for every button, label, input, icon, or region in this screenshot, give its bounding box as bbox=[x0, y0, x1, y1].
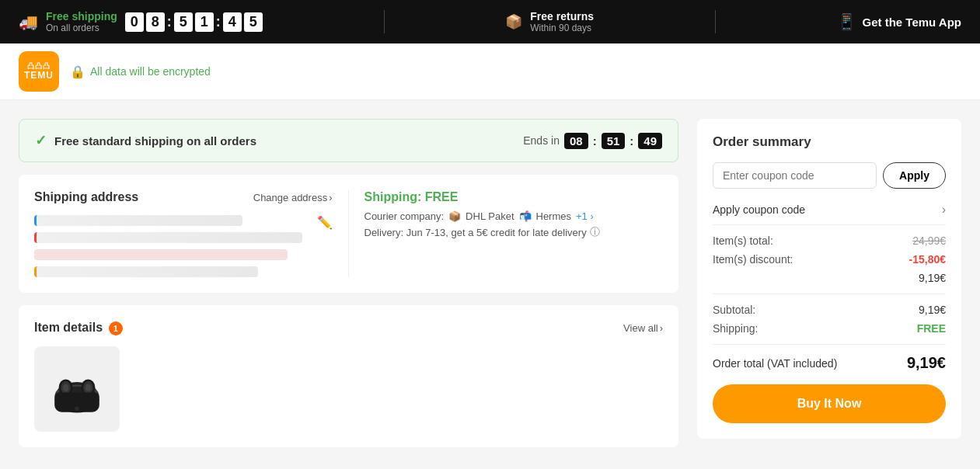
courier-names: DHL Paket bbox=[466, 210, 514, 222]
encrypted-label: All data will be encrypted bbox=[90, 65, 211, 78]
free-shipping-section: 🚚 Free shipping On all orders 0 8 : 5 1 … bbox=[19, 10, 263, 33]
check-icon: ✓ bbox=[35, 132, 47, 149]
item-details-title-row: Item details 1 bbox=[34, 321, 123, 335]
countdown-digit-1: 8 bbox=[146, 12, 165, 32]
temu-logo: 凸凸凸 TEMU bbox=[19, 51, 59, 92]
subtotal-label: Subtotal: bbox=[713, 304, 755, 316]
shipping-column: Shipping: FREE Courier company: 📦 DHL Pa… bbox=[349, 190, 664, 277]
timer-seconds: 49 bbox=[638, 133, 662, 149]
shipping-address-title: Shipping address bbox=[34, 190, 138, 204]
courier-row: Courier company: 📦 DHL Paket 📬 Hermes +1… bbox=[364, 210, 664, 222]
countdown-timer: 0 8 : 5 1 : 4 5 bbox=[125, 12, 263, 32]
returns-icon: 📦 bbox=[505, 13, 522, 30]
order-summary-title: Order summary bbox=[713, 134, 946, 150]
order-total-value: 9,19€ bbox=[907, 354, 946, 372]
item-details-card: Item details 1 View all › bbox=[19, 305, 678, 447]
countdown-digit-3: 1 bbox=[195, 12, 214, 32]
address-shipping-card: Shipping address Change address › ✏️ Shi… bbox=[19, 175, 678, 293]
divider-2 bbox=[715, 10, 716, 33]
apply-coupon-label: Apply coupon code bbox=[713, 203, 805, 216]
free-returns-section: 📦 Free returns Within 90 days bbox=[505, 10, 594, 33]
get-app-section[interactable]: 📱 Get the Temu App bbox=[837, 12, 962, 31]
subtotal-computed-value: 9,19€ bbox=[919, 272, 946, 284]
item-details-header: Item details 1 View all › bbox=[34, 321, 663, 335]
address-line-3 bbox=[34, 249, 288, 260]
delivery-label: Delivery: Jun 7-13, get a 5€ credit for … bbox=[364, 227, 587, 238]
order-summary-card: Order summary Apply Apply coupon code › … bbox=[697, 119, 961, 439]
dhl-icon: 📦 bbox=[448, 210, 461, 222]
address-column: Shipping address Change address › ✏️ bbox=[34, 190, 349, 277]
shipping-banner-left: ✓ Free standard shipping on all orders bbox=[35, 132, 256, 149]
free-returns-label: Free returns Within 90 days bbox=[530, 10, 594, 33]
change-address-link[interactable]: Change address › bbox=[253, 192, 333, 203]
order-total-label: Order total (VAT included) bbox=[713, 357, 837, 370]
hermes-icon: 📬 bbox=[519, 210, 532, 222]
site-header: 凸凸凸 TEMU 🔒 All data will be encrypted bbox=[0, 43, 980, 100]
truck-icon: 🚚 bbox=[19, 12, 38, 31]
chevron-right-icon: › bbox=[942, 203, 946, 217]
ends-in-timer: Ends in 08 : 51 : 49 bbox=[523, 133, 662, 149]
product-image bbox=[34, 346, 120, 432]
edit-address-icon[interactable]: ✏️ bbox=[317, 215, 333, 230]
svg-point-8 bbox=[75, 407, 78, 411]
subtotal-value-row: 9,19€ bbox=[713, 272, 946, 284]
order-total-line: Order total (VAT included) 9,19€ bbox=[713, 354, 946, 372]
shipping-line: Shipping: FREE bbox=[713, 322, 946, 335]
delivery-row: Delivery: Jun 7-13, get a 5€ credit for … bbox=[364, 225, 664, 239]
ends-in-label: Ends in bbox=[523, 134, 560, 147]
svg-point-6 bbox=[85, 384, 91, 391]
address-block: ✏️ bbox=[34, 215, 333, 277]
shipping-banner-label: Free standard shipping on all orders bbox=[54, 134, 256, 148]
encrypted-badge: 🔒 All data will be encrypted bbox=[70, 64, 211, 79]
countdown-digit-2: 5 bbox=[174, 12, 193, 32]
plus-one[interactable]: +1 › bbox=[576, 210, 594, 222]
coupon-row: Apply bbox=[713, 162, 946, 189]
apply-button[interactable]: Apply bbox=[883, 162, 946, 189]
hermes-label: Hermes bbox=[536, 210, 572, 222]
items-discount-label: Item(s) discount: bbox=[713, 253, 793, 266]
address-line-1 bbox=[34, 215, 242, 226]
view-all-link[interactable]: View all › bbox=[623, 322, 663, 334]
apply-coupon-row[interactable]: Apply coupon code › bbox=[713, 195, 946, 225]
address-header: Shipping address Change address › bbox=[34, 190, 333, 204]
items-total-label: Item(s) total: bbox=[713, 234, 773, 247]
shipping-label: Shipping: bbox=[713, 322, 758, 335]
summary-divider-2 bbox=[713, 344, 946, 345]
timer-hours: 08 bbox=[564, 133, 588, 149]
free-returns-title: Free returns bbox=[530, 10, 594, 23]
address-line-4 bbox=[34, 266, 258, 277]
top-bar: 🚚 Free shipping On all orders 0 8 : 5 1 … bbox=[0, 0, 980, 43]
product-svg bbox=[42, 354, 112, 424]
free-shipping-sub: On all orders bbox=[46, 23, 117, 33]
buy-now-button[interactable]: Buy It Now bbox=[713, 384, 946, 423]
info-icon[interactable]: ⓘ bbox=[590, 225, 600, 239]
summary-divider bbox=[713, 294, 946, 294]
items-discount-line: Item(s) discount: -15,80€ bbox=[713, 253, 946, 266]
shipping-value: FREE bbox=[917, 322, 946, 335]
divider-1 bbox=[384, 10, 385, 33]
free-returns-sub: Within 90 days bbox=[530, 23, 594, 33]
countdown-digit-5: 5 bbox=[244, 12, 263, 32]
item-details-title: Item details bbox=[34, 321, 103, 334]
shipping-free-title: Shipping: FREE bbox=[364, 190, 664, 204]
courier-label: Courier company: bbox=[364, 210, 445, 222]
item-count-badge: 1 bbox=[109, 321, 123, 335]
subtotal-amount: 9,19€ bbox=[919, 304, 946, 316]
get-app-label: Get the Temu App bbox=[863, 16, 962, 29]
countdown-digit-4: 4 bbox=[223, 12, 242, 32]
countdown-digit-0: 0 bbox=[125, 12, 144, 32]
phone-icon: 📱 bbox=[837, 12, 856, 31]
items-total-value: 24,99€ bbox=[912, 234, 946, 247]
right-panel: Order summary Apply Apply coupon code › … bbox=[697, 119, 961, 447]
left-panel: ✓ Free standard shipping on all orders E… bbox=[19, 119, 678, 447]
timer-minutes: 51 bbox=[602, 133, 626, 149]
address-line-2 bbox=[34, 232, 302, 243]
items-total-line: Item(s) total: 24,99€ bbox=[713, 234, 946, 247]
free-shipping-title: Free shipping bbox=[46, 10, 117, 23]
svg-point-3 bbox=[63, 384, 68, 391]
items-discount-value: -15,80€ bbox=[909, 253, 946, 266]
shipping-banner: ✓ Free standard shipping on all orders E… bbox=[19, 119, 678, 162]
lock-icon: 🔒 bbox=[70, 64, 85, 79]
main-content: ✓ Free standard shipping on all orders E… bbox=[0, 100, 980, 466]
coupon-input[interactable] bbox=[713, 162, 877, 189]
